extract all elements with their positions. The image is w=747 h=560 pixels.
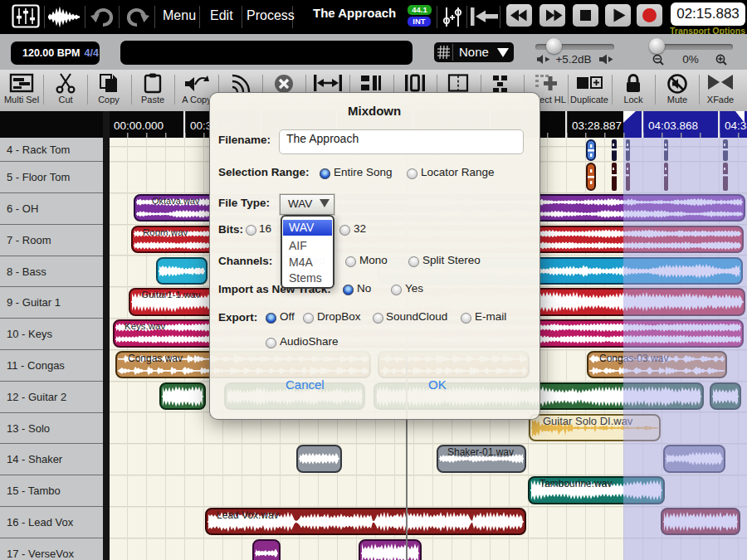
svg-text:04:03.868: 04:03.868 xyxy=(648,119,698,132)
svg-text:03:28.887: 03:28.887 xyxy=(572,119,622,132)
svg-text:00:00.000: 00:00.000 xyxy=(114,119,164,132)
